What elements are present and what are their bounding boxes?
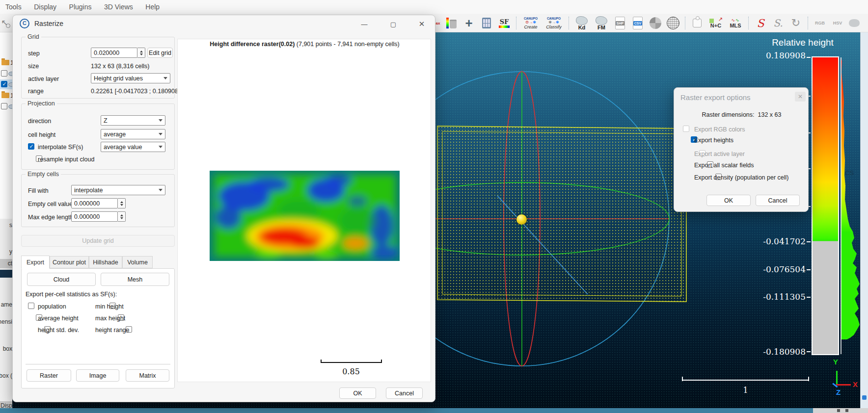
raster-dimensions: Raster dimensions: 132 x 63: [674, 111, 809, 118]
export-rgb-checkbox[interactable]: [683, 126, 689, 132]
direction-label: direction: [28, 118, 51, 125]
yellow-point-cloud: [437, 126, 686, 302]
max-edge-spinner[interactable]: [118, 211, 126, 222]
viewport-scale-value: 1: [682, 386, 809, 395]
direction-combo[interactable]: Z: [101, 115, 165, 126]
tab-export[interactable]: Export: [21, 256, 50, 269]
tree-item-cloud[interactable]: [0, 102, 13, 111]
normals-plus-cloud-icon[interactable]: ↗ N+C: [707, 16, 724, 30]
heatmap-raster: [210, 171, 400, 261]
tree-item-folder[interactable]: 1: [0, 91, 13, 101]
rasterize-cancel-button[interactable]: Cancel: [386, 387, 423, 399]
kd-tree-icon[interactable]: Kd: [573, 16, 590, 30]
rasterize-ok-button[interactable]: OK: [339, 387, 376, 399]
menu-tools[interactable]: Tools: [0, 0, 27, 11]
empty-cell-value-spinner[interactable]: [118, 198, 126, 208]
prop-fragment: hensi: [0, 318, 12, 325]
active-layer-combo[interactable]: Height grid values: [91, 73, 170, 83]
bottom-gray-bar: [813, 408, 868, 413]
side-strip-icon[interactable]: [862, 395, 867, 400]
left-toolbar-icon-fragment[interactable]: ↖: [1, 18, 12, 31]
toolbar-separator: [808, 17, 808, 29]
preview-scale-tick: [321, 360, 322, 363]
delete-scalar-field-icon[interactable]: [444, 16, 459, 30]
revolve-icon-disabled[interactable]: ↻: [788, 16, 803, 30]
bottom-teal-bar: [0, 408, 813, 413]
minimize-button[interactable]: —: [359, 19, 370, 29]
hsv-icon-disabled[interactable]: HSV: [830, 16, 845, 30]
scalar-label: -0.076504: [732, 264, 806, 274]
export-cloud-button[interactable]: Cloud: [27, 273, 96, 286]
shp-file-icon[interactable]: SHP: [613, 16, 627, 30]
export-ok-button[interactable]: OK: [706, 195, 751, 206]
calculator-icon[interactable]: [479, 16, 494, 30]
sphere-icon[interactable]: [648, 16, 663, 30]
empty-cell-value-label: Empty cell value: [28, 201, 73, 207]
interpolate-sf-checkbox[interactable]: [28, 143, 34, 150]
preview-scale-bar: [321, 362, 381, 363]
visibility-checkbox[interactable]: [1, 103, 7, 109]
tree-item-folder[interactable]: 1: [0, 58, 13, 68]
dialog-title: Rasterize: [34, 20, 63, 27]
tree-item-cloud[interactable]: [0, 69, 13, 78]
canupo-create-icon[interactable]: CANUPO ⚙→✱ Create: [521, 16, 541, 30]
edit-grid-button[interactable]: Edit grid: [147, 48, 173, 58]
scalar-label: 0.180908: [732, 51, 806, 60]
tree-item-cloud-selected[interactable]: [0, 79, 13, 89]
rasterize-titlebar[interactable]: C Rasterize — ▢ ✕: [13, 15, 435, 33]
maximize-button[interactable]: ▢: [388, 19, 399, 29]
spline-icon[interactable]: S: [753, 16, 768, 30]
y-axis-label: Y: [833, 358, 838, 366]
mls-icon[interactable]: ∿∿ MLS: [727, 16, 744, 30]
export-mesh-button[interactable]: Mesh: [101, 273, 169, 286]
max-edge-input[interactable]: 0.000000: [71, 211, 118, 222]
interpolate-sf-label: interpolate SF(s): [38, 144, 83, 151]
sf-arithmetic-icon[interactable]: SF: [497, 16, 512, 30]
close-icon[interactable]: ✕: [795, 92, 806, 102]
step-spinner[interactable]: [137, 48, 145, 58]
export-cancel-button[interactable]: Cancel: [756, 195, 800, 206]
export-image-button[interactable]: Image: [76, 369, 119, 382]
plugin-puzzle-icon[interactable]: [690, 16, 705, 30]
menu-plugins[interactable]: Plugins: [64, 0, 97, 11]
export-tab-panel: Cloud Mesh Export per-cell statistics as…: [21, 268, 175, 388]
close-button[interactable]: ✕: [416, 19, 427, 29]
prop-fragment: box (: [0, 372, 12, 379]
csv-file-icon[interactable]: CSV: [630, 16, 645, 30]
menu-3d-views[interactable]: 3D Views: [99, 0, 138, 11]
add-icon[interactable]: +: [461, 16, 476, 30]
population-checkbox[interactable]: [28, 303, 34, 309]
x-axis-line: [836, 384, 851, 386]
raster-export-options-dialog: Raster export options ✕ Raster dimension…: [674, 87, 809, 212]
scale-bar-tick: [682, 377, 683, 381]
status-icon: [837, 409, 840, 412]
tab-contour-plot[interactable]: Contour plot: [50, 256, 89, 268]
spline-points-icon-disabled[interactable]: S.: [771, 16, 786, 30]
step-input[interactable]: 0.020000: [91, 48, 137, 58]
menu-bar: Tools Display Plugins 3D Views Help: [0, 0, 868, 14]
globe-icon[interactable]: [666, 16, 680, 30]
side-panel-strip: [860, 32, 868, 408]
tab-volume[interactable]: Volume: [122, 256, 153, 268]
export-raster-button[interactable]: Raster: [27, 369, 71, 382]
export-matrix-button[interactable]: Matrix: [126, 369, 169, 382]
preview-scale-value: 0.85: [321, 367, 381, 376]
fill-with-combo[interactable]: interpolate: [71, 185, 165, 195]
rgb-icon-disabled[interactable]: RGB: [813, 16, 827, 30]
update-grid-button[interactable]: Update grid: [21, 235, 175, 247]
menu-help[interactable]: Help: [140, 0, 165, 11]
menu-display[interactable]: Display: [28, 0, 62, 11]
fm-icon[interactable]: FM: [593, 16, 610, 30]
scale-bar-tick: [808, 377, 809, 381]
canupo-classify-icon[interactable]: CANUPO ✱→✱ Classify: [543, 16, 564, 30]
cell-height-label: cell height: [28, 131, 55, 138]
cell-height-combo[interactable]: average: [101, 129, 165, 139]
visibility-checkbox[interactable]: [1, 70, 7, 77]
tab-hillshade[interactable]: Hillshade: [89, 256, 122, 268]
empty-cell-value-input[interactable]: 0.000000: [71, 198, 118, 208]
scalar-label: -0.041702: [732, 236, 806, 246]
export-heights-label: Export heights: [694, 137, 733, 144]
visibility-checkbox-checked[interactable]: [1, 81, 7, 87]
interpolate-sf-combo[interactable]: average value: [101, 142, 165, 152]
cloudcompare-window: Tools Display Plugins 3D Views Help ax +: [0, 0, 868, 413]
